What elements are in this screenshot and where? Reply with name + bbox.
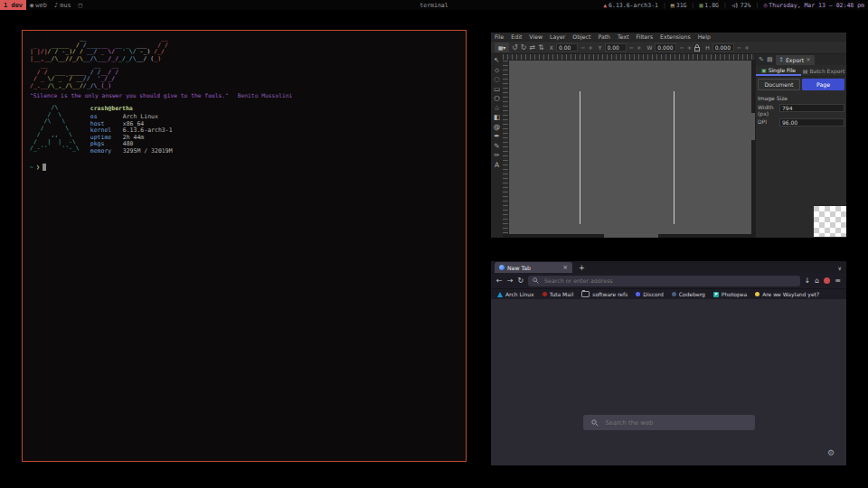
y-increment[interactable]: + bbox=[637, 44, 641, 52]
w-input[interactable] bbox=[655, 43, 676, 52]
home-icon[interactable]: ⌂ bbox=[815, 277, 819, 285]
tab-single-file[interactable]: ▣ Single File bbox=[756, 65, 801, 76]
shell-prompt[interactable]: ~ ❯ bbox=[30, 164, 458, 171]
address-bar[interactable] bbox=[528, 276, 799, 286]
export-tab-close-icon[interactable]: × bbox=[806, 56, 810, 63]
web-search-box[interactable] bbox=[583, 415, 755, 430]
export-dialog-tab[interactable]: ↥ Export × bbox=[776, 55, 815, 65]
ascii-art-welcome: __ __ _ _____ / /______ __ _ ___ / / | |… bbox=[30, 35, 458, 62]
menu-object[interactable]: Object bbox=[569, 33, 594, 40]
flip-horizontal-icon[interactable]: ⇄ bbox=[529, 44, 535, 52]
calligraphy-tool-icon[interactable]: ✑ bbox=[492, 152, 502, 159]
export-dpi-input[interactable] bbox=[779, 118, 844, 127]
module-volume: ◁)72% bbox=[731, 2, 751, 9]
pen-tool-icon[interactable]: ✒ bbox=[492, 133, 502, 140]
bookmark-discord[interactable]: Discord bbox=[636, 291, 664, 297]
web-search-input[interactable] bbox=[604, 418, 747, 427]
status-bar: 1 dev◉web♪mus□ terminal ▲6.13.6-arch3-1|… bbox=[0, 0, 868, 10]
address-input[interactable] bbox=[542, 277, 795, 285]
bookmark-arch-linux[interactable]: Arch Linux bbox=[497, 291, 534, 297]
square-icon: □ bbox=[79, 2, 82, 9]
menu-layer[interactable]: Layer bbox=[546, 33, 569, 40]
ellipse-tool-icon[interactable]: ○ bbox=[492, 95, 502, 102]
flip-vertical-icon[interactable]: ⇅ bbox=[538, 44, 544, 52]
x-increment[interactable]: + bbox=[588, 44, 592, 52]
menu-edit[interactable]: Edit bbox=[507, 33, 525, 40]
module-separator: | bbox=[663, 2, 666, 9]
menu-path[interactable]: Path bbox=[594, 33, 614, 40]
spiral-tool-icon[interactable]: @ bbox=[492, 124, 502, 131]
h-increment[interactable]: + bbox=[744, 44, 749, 52]
page-edge-right bbox=[674, 91, 675, 224]
profile-avatar[interactable] bbox=[824, 277, 830, 284]
selection-mode-dropdown[interactable]: ▦▾ bbox=[495, 42, 509, 52]
bookmark-codeberg[interactable]: Codeberg bbox=[672, 291, 705, 297]
forward-button[interactable]: → bbox=[507, 277, 514, 285]
workspace-switcher: 1 dev◉web♪mus□ bbox=[0, 0, 86, 10]
menu-filters[interactable]: Filters bbox=[633, 33, 657, 40]
selector-tool-icon[interactable]: ↖ bbox=[492, 57, 502, 64]
workspace-tag-1-dev[interactable]: 1 dev bbox=[0, 0, 26, 10]
export-document-button[interactable]: Document bbox=[758, 79, 800, 90]
rotate-ccw-icon[interactable]: ↺ bbox=[512, 44, 518, 52]
shape-builder-tool-icon[interactable]: ◌ bbox=[492, 76, 502, 83]
menu-help[interactable]: Help bbox=[694, 33, 714, 40]
vertical-ruler[interactable] bbox=[503, 61, 509, 234]
export-width-input[interactable] bbox=[779, 104, 844, 112]
rotate-cw-icon[interactable]: ↻ bbox=[521, 44, 527, 52]
menu-text[interactable]: Text bbox=[614, 33, 633, 40]
h-decrement[interactable]: − bbox=[737, 44, 741, 52]
tab-batch-export[interactable]: ▤ Batch Export bbox=[801, 65, 846, 76]
back-button[interactable]: ← bbox=[496, 277, 503, 285]
bookmark-are-we-wayland-yet-[interactable]: Are we Wayland yet? bbox=[755, 291, 819, 297]
bookmark-label: Photopea bbox=[722, 291, 747, 297]
menu-button[interactable]: ≡ bbox=[835, 277, 841, 285]
menu-view[interactable]: View bbox=[525, 33, 546, 40]
width-label: Width (px) bbox=[758, 104, 778, 117]
workspace-label: web bbox=[35, 2, 47, 9]
workspace-tag-web[interactable]: ◉web bbox=[26, 0, 51, 10]
menu-file[interactable]: File bbox=[491, 33, 507, 40]
layers-dialog-icon[interactable]: ▤ bbox=[767, 56, 773, 63]
reload-button[interactable]: ↻ bbox=[517, 277, 524, 285]
x-input[interactable] bbox=[556, 43, 578, 52]
module-separator: | bbox=[755, 2, 759, 9]
personalize-gear-icon[interactable]: ⚙ bbox=[827, 449, 835, 457]
downloads-icon[interactable]: ↓ bbox=[805, 277, 811, 285]
module-separator: | bbox=[723, 2, 727, 9]
pencil-tool-icon[interactable]: ✎ bbox=[492, 143, 502, 150]
rectangle-tool-icon[interactable]: ▭ bbox=[492, 86, 502, 93]
inkscape-canvas[interactable] bbox=[509, 61, 751, 234]
lock-icon[interactable] bbox=[694, 44, 700, 52]
new-tab-button[interactable]: + bbox=[579, 264, 585, 272]
horizontal-ruler[interactable] bbox=[503, 54, 755, 61]
bookmark-photopea[interactable]: PPhotopea bbox=[713, 291, 747, 297]
single-file-icon: ▣ bbox=[761, 67, 767, 73]
edit-dialog-icon[interactable]: ✎ bbox=[759, 56, 764, 63]
module-disk: ▤31G bbox=[671, 2, 687, 9]
export-page-button[interactable]: Page bbox=[802, 79, 844, 90]
box3d-tool-icon[interactable]: ◧ bbox=[492, 114, 502, 121]
w-increment[interactable]: + bbox=[687, 44, 692, 52]
list-all-tabs-icon[interactable]: ∨ bbox=[838, 265, 842, 271]
menu-extensions[interactable]: Extensions bbox=[656, 33, 694, 40]
w-decrement[interactable]: − bbox=[679, 44, 684, 52]
node-tool-icon[interactable]: ⬦ bbox=[492, 67, 502, 74]
text-tool-icon[interactable]: A bbox=[492, 162, 502, 169]
workspace-tag-mus[interactable]: ♪mus bbox=[51, 0, 75, 10]
canvas-horizontal-scrollbar[interactable] bbox=[503, 234, 755, 238]
fetch-user-host: crash@bertha bbox=[90, 105, 173, 112]
browser-tab-newtab[interactable]: New Tab × bbox=[495, 262, 572, 273]
bookmark-tuta-mail[interactable]: Tuta Mail bbox=[542, 291, 574, 297]
y-decrement[interactable]: − bbox=[629, 44, 634, 52]
y-input[interactable] bbox=[605, 43, 627, 52]
workspace-tag-empty[interactable]: □ bbox=[75, 0, 86, 10]
tab-close-icon[interactable]: × bbox=[562, 264, 568, 271]
h-input[interactable] bbox=[712, 43, 734, 52]
bookmark-software-refs[interactable]: software refs bbox=[581, 291, 627, 297]
terminal-window[interactable]: __ __ _ _____ / /______ __ _ ___ / / | |… bbox=[22, 30, 467, 462]
x-decrement[interactable]: − bbox=[580, 44, 585, 52]
site-favicon: P bbox=[713, 292, 719, 297]
star-tool-icon[interactable]: ☆ bbox=[492, 105, 502, 112]
status-modules: ▲6.13.6-arch3-1|▤31G|▥1.8G|◁)72%|◷Thursd… bbox=[603, 2, 868, 9]
